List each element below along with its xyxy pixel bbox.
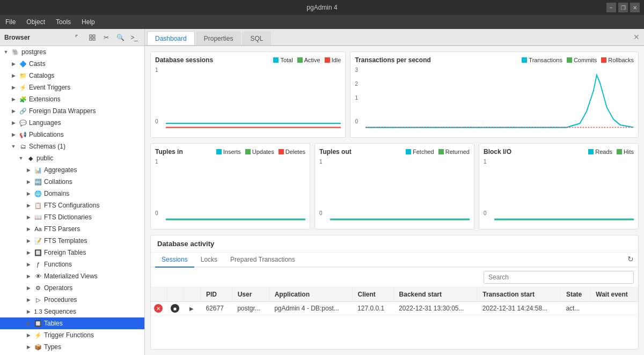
tree-toggle-collations[interactable]: ▶	[25, 178, 32, 186]
tree-toggle-fts-templates[interactable]: ▶	[25, 237, 32, 245]
menu-tools[interactable]: Tools	[50, 15, 76, 29]
tree-toggle-fts-dictionaries[interactable]: ▶	[25, 213, 32, 221]
tree-item-languages[interactable]: ▶💬Languages	[0, 117, 144, 129]
legend-inserts-label: Inserts	[223, 149, 241, 155]
tree-toggle-functions[interactable]: ▶	[25, 261, 32, 268]
tree-toggle-materialized-views[interactable]: ▶	[25, 272, 32, 280]
browser-tree[interactable]: ▼🐘postgres▶🔷Casts▶📁Catalogs▶⚡Event Trigg…	[0, 46, 144, 355]
tree-toggle-postgres[interactable]: ▼	[2, 48, 10, 56]
tree-toggle-fts-parsers[interactable]: ▶	[25, 225, 32, 233]
tree-item-fts-configurations[interactable]: ▶📋FTS Configurations	[0, 199, 144, 211]
tree-toggle-casts[interactable]: ▶	[10, 60, 17, 68]
tree-item-trigger-functions[interactable]: ▶⚡Trigger Functions	[0, 329, 144, 341]
tree-item-aggregates[interactable]: ▶📊Aggregates	[0, 164, 144, 176]
tree-toggle-catalogs[interactable]: ▶	[10, 72, 17, 79]
tree-label-languages: Languages	[29, 119, 142, 127]
dashboard-content: Database sessions Total Active	[145, 46, 644, 355]
legend-updates-label: Updates	[252, 149, 274, 155]
chart-transactions: Transactions per second Transactions Com…	[350, 51, 639, 138]
legend-returned: Returned	[438, 149, 470, 155]
tree-toggle-publications[interactable]: ▶	[10, 131, 17, 138]
tree-item-schemas[interactable]: ▼🗂Schemas (1)	[0, 140, 144, 152]
search-input[interactable]	[484, 271, 634, 284]
tree-icon-fts-parsers: Aa	[34, 225, 42, 233]
menu-object[interactable]: Object	[21, 15, 50, 29]
tree-item-casts[interactable]: ▶🔷Casts	[0, 58, 144, 70]
tree-item-tables[interactable]: ▶🔲Tables	[0, 317, 144, 329]
row-cell-6: act...	[560, 302, 590, 315]
tree-item-event-triggers[interactable]: ▶⚡Event Triggers	[0, 82, 144, 93]
main-layout: Browser ✂ 🔍 >_ ▼🐘postgres▶🔷Casts▶📁Catalo…	[0, 29, 644, 355]
restore-button[interactable]: ❐	[618, 3, 628, 12]
row-stop-btn-cell[interactable]: ■	[167, 302, 184, 315]
tree-toggle-schemas[interactable]: ▼	[10, 143, 17, 150]
activity-tab-prepared[interactable]: Prepared Transactions	[224, 253, 302, 268]
tree-item-functions[interactable]: ▶ƒFunctions	[0, 258, 144, 270]
tree-toggle-public[interactable]: ▼	[17, 154, 25, 162]
tree-toggle-aggregates[interactable]: ▶	[25, 166, 32, 174]
tree-toggle-event-triggers[interactable]: ▶	[10, 84, 17, 91]
tree-item-foreign-tables[interactable]: ▶🔲Foreign Tables	[0, 247, 144, 258]
legend-reads-dot	[588, 149, 594, 154]
tree-item-views[interactable]: ▶👁Views	[0, 353, 144, 355]
tab-dashboard[interactable]: Dashboard	[147, 31, 195, 45]
tree-toggle-domains[interactable]: ▶	[25, 190, 32, 197]
tree-toggle-trigger-functions[interactable]: ▶	[25, 331, 32, 339]
bio-y0: 0	[484, 210, 487, 216]
tree-item-materialized-views[interactable]: ▶👁Materialized Views	[0, 270, 144, 282]
tab-close-button[interactable]: ✕	[633, 33, 640, 41]
row-cancel-btn[interactable]: ✕	[151, 302, 167, 315]
chart-tuples-in-title: Tuples in	[155, 148, 183, 156]
tree-item-public[interactable]: ▼◆public	[0, 152, 144, 164]
tree-icon-catalogs: 📁	[19, 71, 27, 80]
tree-item-fts-parsers[interactable]: ▶AaFTS Parsers	[0, 223, 144, 235]
tree-toggle-procedures[interactable]: ▶	[25, 296, 32, 304]
tree-label-fts-templates: FTS Templates	[44, 237, 142, 245]
tree-item-catalogs[interactable]: ▶📁Catalogs	[0, 70, 144, 82]
activity-title: Database activity	[157, 240, 214, 248]
tree-toggle-operators[interactable]: ▶	[25, 284, 32, 292]
tree-label-foreign-data-wrappers: Foreign Data Wrappers	[29, 107, 142, 115]
tree-item-publications[interactable]: ▶📢Publications	[0, 129, 144, 140]
activity-tab-locks[interactable]: Locks	[194, 253, 224, 268]
tree-item-domains[interactable]: ▶🌐Domains	[0, 188, 144, 199]
row-expand-btn-cell[interactable]: ▶	[184, 302, 201, 315]
tree-toggle-types[interactable]: ▶	[25, 343, 32, 351]
tree-item-collations[interactable]: ▶🔤Collations	[0, 176, 144, 188]
browser-btn-search[interactable]: 🔍	[114, 32, 126, 43]
tree-item-foreign-data-wrappers[interactable]: ▶🔗Foreign Data Wrappers	[0, 105, 144, 117]
tree-item-sequences[interactable]: ▶1.3Sequences	[0, 306, 144, 317]
tree-item-operators[interactable]: ▶⚙Operators	[0, 282, 144, 294]
browser-btn-cut[interactable]: ✂	[100, 32, 112, 43]
search-bar	[151, 268, 638, 287]
browser-btn-grid[interactable]	[86, 32, 98, 43]
cancel-query-button[interactable]: ✕	[154, 304, 163, 313]
tree-toggle-foreign-data-wrappers[interactable]: ▶	[10, 107, 17, 115]
tree-icon-schemas: 🗂	[19, 142, 27, 151]
tree-toggle-extensions[interactable]: ▶	[10, 95, 17, 103]
tree-item-postgres[interactable]: ▼🐘postgres	[0, 46, 144, 58]
tree-toggle-languages[interactable]: ▶	[10, 119, 17, 127]
tree-item-types[interactable]: ▶📦Types	[0, 341, 144, 353]
tree-toggle-sequences[interactable]: ▶	[25, 308, 32, 315]
expand-row-button[interactable]: ▶	[187, 304, 196, 313]
tab-sql[interactable]: SQL	[242, 31, 271, 45]
tree-item-extensions[interactable]: ▶🧩Extensions	[0, 93, 144, 105]
activity-tab-sessions[interactable]: Sessions	[155, 253, 194, 268]
stop-query-button[interactable]: ■	[171, 304, 179, 313]
tree-toggle-foreign-tables[interactable]: ▶	[25, 249, 32, 256]
tree-toggle-fts-configurations[interactable]: ▶	[25, 202, 32, 209]
menu-help[interactable]: Help	[76, 15, 100, 29]
minimize-button[interactable]: −	[606, 3, 616, 12]
browser-btn-terminal[interactable]: >_	[128, 32, 140, 43]
tree-icon-event-triggers: ⚡	[19, 83, 27, 92]
tree-toggle-tables[interactable]: ▶	[25, 320, 32, 327]
tree-item-fts-templates[interactable]: ▶📝FTS Templates	[0, 235, 144, 247]
tree-item-fts-dictionaries[interactable]: ▶📖FTS Dictionaries	[0, 211, 144, 223]
close-button[interactable]: ✕	[630, 3, 640, 12]
activity-refresh-button[interactable]: ↻	[627, 255, 634, 263]
browser-btn-refresh[interactable]	[72, 32, 84, 43]
tab-properties[interactable]: Properties	[196, 31, 241, 45]
tree-item-procedures[interactable]: ▶▷Procedures	[0, 294, 144, 306]
menu-file[interactable]: File	[0, 15, 21, 29]
